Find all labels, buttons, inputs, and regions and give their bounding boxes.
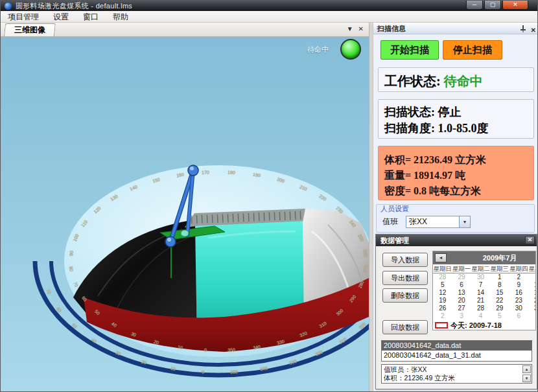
calendar-day[interactable]: 5 (433, 281, 452, 289)
start-scan-button[interactable]: 开始扫描 (380, 40, 439, 60)
calendar-day[interactable]: 29 (490, 305, 509, 312)
delete-data-button[interactable]: 删除数据 (382, 288, 428, 303)
combo-dropdown-icon[interactable]: ▼ (459, 216, 470, 227)
work-status-label: 工作状态: (384, 74, 444, 88)
scene-3d (1, 37, 369, 392)
calendar-day[interactable]: 31 (528, 305, 536, 312)
scan-status-line: 扫描状态: 停止 (384, 104, 533, 121)
window-titlebar: 圆形料场激光盘煤系统 - default.lms ─ ▢ ✕ (1, 1, 538, 11)
scroll-down-icon[interactable]: ▼ (522, 375, 531, 382)
menu-item[interactable]: 项目管理 (1, 11, 46, 23)
calendar-day[interactable]: 9 (509, 281, 528, 289)
export-data-button[interactable]: 导出数据 (382, 271, 428, 285)
calendar-day[interactable]: 5 (490, 312, 509, 320)
calendar-day[interactable]: 29 (452, 273, 471, 281)
calendar-day[interactable]: 2 (509, 273, 528, 281)
calendar-today-label[interactable]: 今天: 2009-7-18 (450, 321, 502, 330)
tab-list-chevron-icon[interactable]: ▼ (347, 25, 353, 32)
calendar-weekday: 星期三 (490, 264, 509, 273)
calendar-day[interactable]: 7 (528, 312, 536, 320)
file-info-box: 值班员：张XX体积：21236.49 立方米 ▲ ▼ (381, 364, 532, 384)
tab-3d-image[interactable]: 三维图像 (4, 23, 56, 36)
import-data-button[interactable]: 导入数据 (382, 253, 428, 267)
scan-status-box: 扫描状态: 停止 扫描角度: 1.0-85.0度 (378, 99, 534, 139)
duty-label: 值班 (382, 216, 398, 227)
calendar-day[interactable]: 17 (528, 289, 536, 297)
menu-item[interactable]: 帮助 (106, 11, 135, 23)
data-manager-close-icon[interactable]: ✕ (525, 236, 535, 244)
pane-close-icon[interactable]: ✕ (531, 25, 536, 36)
file-list-item[interactable]: 200803041642_data.dat (382, 341, 532, 351)
calendar-day[interactable]: 1 (490, 273, 509, 281)
calendar-weekday: 星期五 (528, 264, 536, 273)
scanner-head (181, 230, 189, 236)
calendar-day[interactable]: 28 (433, 273, 452, 281)
file-info-line: 值班员：张XX (384, 365, 455, 374)
calendar-day[interactable]: 16 (509, 289, 528, 297)
mast-sphere-highlight (190, 167, 194, 170)
minimize-button[interactable]: ─ (466, 1, 483, 10)
scan-pane-title: 扫描信息 ✕ (373, 23, 538, 34)
calendar-day[interactable]: 27 (452, 305, 471, 312)
file-info-text: 值班员：张XX体积：21236.49 立方米 (384, 365, 455, 382)
calendar-day[interactable]: 26 (433, 305, 452, 312)
viewport-3d[interactable]: 0102030405060708090100110120130140150160… (1, 37, 369, 392)
calendar-weekday-row: 星期日星期一星期二星期三星期四星期五星期六 (433, 264, 536, 273)
calendar-day[interactable]: 12 (433, 289, 452, 297)
document-pane: 三维图像 ▼ ✕ (1, 23, 369, 392)
calendar-day[interactable]: 8 (490, 281, 509, 289)
calendar-day[interactable]: 6 (452, 281, 471, 289)
stop-scan-button[interactable]: 停止扫描 (443, 40, 502, 60)
volume-line: 体积= 21236.49 立方米 (384, 152, 533, 168)
data-manager-window: 数据管理 ✕ 导入数据 导出数据 删除数据 回放数据 ◄ 2009年7月 星期日… (375, 234, 537, 389)
duty-person-combobox[interactable]: 张XX ▼ (406, 216, 471, 228)
scan-angle-line: 扫描角度: 1.0-85.0度 (384, 121, 533, 137)
calendar-day[interactable]: 20 (452, 297, 471, 305)
maximize-button[interactable]: ▢ (484, 1, 501, 10)
calendar-day[interactable]: 13 (452, 289, 471, 297)
replay-data-button[interactable]: 回放数据 (382, 320, 428, 334)
calendar-day[interactable]: 4 (471, 312, 490, 320)
calendar-day[interactable]: 3 (528, 273, 536, 281)
weight-line: 重量= 18914.97 吨 (384, 168, 533, 183)
status-led-green (340, 39, 361, 60)
work-status-value: 待命中 (444, 74, 483, 88)
mast-base-sphere (165, 236, 176, 247)
calendar-day[interactable]: 19 (433, 297, 452, 305)
data-file-list: 200803041642_data.dat200803041642_data_1… (381, 340, 532, 362)
calendar-day[interactable]: 30 (471, 273, 490, 281)
calendar-month-title: 2009年7月 (483, 254, 517, 262)
measurement-box: 体积= 21236.49 立方米 重量= 18914.97 吨 密度= 0.8 … (378, 146, 534, 200)
menu-item[interactable]: 设置 (46, 11, 76, 23)
calendar-day[interactable]: 22 (490, 297, 509, 305)
app-window: { "window": { "title": "圆形料场激光盘煤系统 - def… (0, 0, 538, 392)
scroll-up-icon[interactable]: ▲ (522, 365, 531, 373)
file-list-item[interactable]: 200803041642_data_1_31.dat (382, 351, 532, 360)
calendar-day[interactable]: 15 (490, 289, 509, 297)
calendar-day[interactable]: 14 (471, 289, 490, 297)
calendar-day[interactable]: 30 (509, 305, 528, 312)
menu-bar: 项目管理设置窗口帮助 (1, 11, 538, 23)
app-icon (5, 3, 12, 10)
calendar-day[interactable]: 21 (471, 297, 490, 305)
personnel-groupbox: 人员设置 值班 张XX ▼ (376, 204, 535, 233)
scan-info-pane: 扫描信息 ✕ 开始扫描 停止扫描 工作状态: 待命中 扫描状态: 停止 扫描角度… (373, 23, 538, 392)
tab-close-icon[interactable]: ✕ (358, 25, 364, 32)
calendar-grid: 2829301234567891011121314151617181920212… (433, 273, 536, 320)
close-button[interactable]: ✕ (502, 1, 528, 10)
file-info-line: 体积：21236.49 立方米 (384, 374, 455, 382)
calendar-today-marker (435, 322, 448, 329)
calendar-day[interactable]: 3 (452, 312, 471, 320)
calendar-day[interactable]: 10 (528, 281, 536, 289)
calendar-day[interactable]: 2 (433, 312, 452, 320)
calendar-weekday: 星期四 (509, 264, 528, 273)
calendar-day[interactable]: 6 (509, 312, 528, 320)
calendar-day[interactable]: 28 (471, 305, 490, 312)
calendar-day[interactable]: 24 (528, 297, 536, 305)
calendar-day[interactable]: 23 (509, 297, 528, 305)
calendar-day[interactable]: 7 (471, 281, 490, 289)
calendar-prev-month-button[interactable]: ◄ (435, 253, 447, 262)
calendar-weekday: 星期一 (452, 264, 471, 273)
menu-item[interactable]: 窗口 (76, 11, 106, 23)
pin-icon[interactable] (520, 25, 526, 32)
